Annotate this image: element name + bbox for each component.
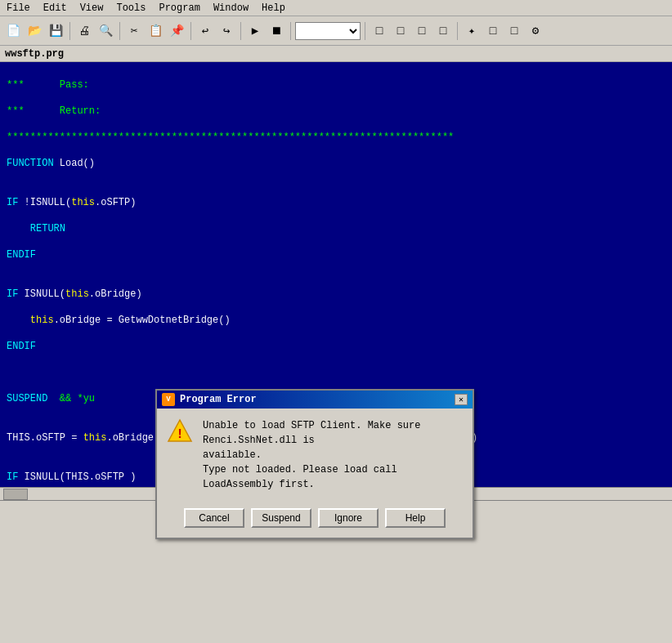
debug-button[interactable]: ⏹ (267, 21, 286, 41)
dialog-message-line3: Type not loaded. Please load call LoadAs… (203, 462, 463, 492)
menu-file[interactable]: File (3, 2, 34, 15)
scope-dropdown[interactable] (295, 22, 361, 40)
toolbar: 📄 📂 💾 🖨 🔍 ✂ 📋 📌 ↩ ↪ ▶ ⏹ □ □ □ □ ✦ □ □ ⚙ (0, 16, 672, 46)
cut-button[interactable]: ✂ (124, 21, 144, 41)
dialog-title: Program Error (180, 394, 257, 405)
warning-icon: ! (167, 418, 193, 444)
menu-window[interactable]: Window (210, 2, 252, 15)
editor-titlebar: wwsftp.prg (0, 46, 672, 62)
save-button[interactable]: 💾 (46, 21, 65, 41)
copy-button[interactable]: 📋 (146, 21, 165, 41)
tb-btn4[interactable]: □ (433, 21, 453, 41)
redo-button[interactable]: ↪ (217, 21, 236, 41)
menubar: File Edit View Tools Program Window Help (0, 0, 672, 16)
dialog-app-icon: V (162, 393, 175, 406)
new-button[interactable]: 📄 (3, 21, 23, 41)
dialog-buttons: Cancel Suspend Ignore Help (157, 502, 473, 538)
sep6 (365, 22, 365, 40)
dialog-message-line1: Unable to load SFTP Client. Make sure Re… (203, 418, 463, 448)
suspend-button[interactable]: Suspend (251, 508, 311, 528)
dialog-message: Unable to load SFTP Client. Make sure Re… (203, 418, 463, 492)
help-button[interactable]: Help (385, 508, 446, 528)
tb-btn8[interactable]: ⚙ (526, 21, 545, 41)
menu-program[interactable]: Program (155, 2, 203, 15)
tb-btn1[interactable]: □ (370, 21, 389, 41)
sep3 (190, 22, 191, 40)
paste-button[interactable]: 📌 (167, 21, 186, 41)
sep7 (457, 22, 458, 40)
svg-text:!: ! (176, 427, 184, 442)
tb-btn3[interactable]: □ (412, 21, 432, 41)
undo-button[interactable]: ↩ (195, 21, 215, 41)
preview-button[interactable]: 🔍 (96, 21, 115, 41)
print-button[interactable]: 🖨 (74, 21, 94, 41)
editor-wrapper: *** Pass: *** Return: ******************… (0, 62, 672, 500)
menu-tools[interactable]: Tools (113, 2, 149, 15)
ignore-button[interactable]: Ignore (318, 508, 379, 528)
sep2 (119, 22, 120, 40)
cancel-button[interactable]: Cancel (184, 508, 244, 528)
dialog-message-line2: available. (203, 448, 463, 462)
sep4 (240, 22, 241, 40)
modal-overlay: V Program Error ✕ ! Unable to load SFTP … (0, 62, 672, 500)
tb-btn2[interactable]: □ (391, 21, 410, 41)
menu-help[interactable]: Help (258, 2, 289, 15)
open-button[interactable]: 📂 (25, 21, 44, 41)
sep5 (290, 22, 291, 40)
dialog-content: ! Unable to load SFTP Client. Make sure … (157, 409, 473, 502)
tb-btn5[interactable]: ✦ (462, 21, 482, 41)
menu-edit[interactable]: Edit (40, 2, 70, 15)
dialog-close-button[interactable]: ✕ (455, 394, 468, 405)
menu-view[interactable]: View (77, 2, 107, 15)
program-error-dialog: V Program Error ✕ ! Unable to load SFTP … (155, 389, 474, 539)
editor-title: wwsftp.prg (5, 48, 64, 60)
run-button[interactable]: ▶ (245, 21, 265, 41)
dialog-titlebar: V Program Error ✕ (157, 391, 473, 409)
sep1 (69, 22, 70, 40)
tb-btn6[interactable]: □ (483, 21, 503, 41)
tb-btn7[interactable]: □ (504, 21, 524, 41)
